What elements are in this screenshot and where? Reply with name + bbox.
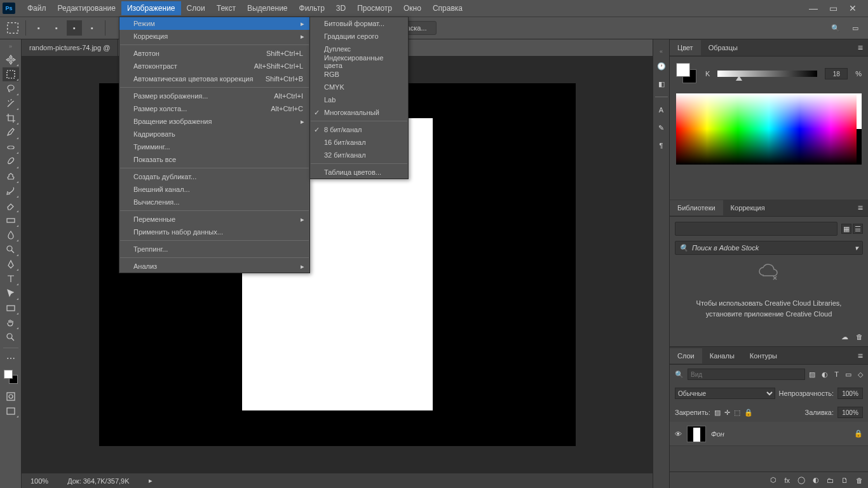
menu-редактирование[interactable]: Редактирование xyxy=(52,1,121,15)
lock-pixels-icon[interactable]: ▨ xyxy=(714,409,721,417)
move-tool[interactable] xyxy=(3,53,19,67)
tool-preset-icon[interactable] xyxy=(5,20,20,36)
menu-слои[interactable]: Слои xyxy=(181,1,211,15)
link-icon[interactable]: ⬡ xyxy=(770,476,776,484)
fx-icon[interactable]: fx xyxy=(784,477,790,484)
tab-paths[interactable]: Контуры xyxy=(742,348,785,363)
new-layer-icon[interactable]: 🗋 xyxy=(841,477,848,484)
workspace-icon[interactable]: ▭ xyxy=(848,20,863,36)
menu-item[interactable]: Внешний канал... xyxy=(119,183,309,196)
foreground-background-colors[interactable] xyxy=(4,370,18,384)
collapse-icon[interactable]: » xyxy=(9,43,12,50)
search-icon[interactable]: 🔍 xyxy=(831,24,840,32)
minimize-icon[interactable]: — xyxy=(809,3,818,13)
visibility-icon[interactable]: 👁 xyxy=(675,430,682,438)
menu-item[interactable]: АвтотонShift+Ctrl+L xyxy=(119,47,309,60)
lock-icon[interactable]: 🔒 xyxy=(854,430,863,438)
trash-icon[interactable]: 🗑 xyxy=(856,333,863,341)
lock-all-icon[interactable]: 🔒 xyxy=(744,409,753,417)
status-arrow-icon[interactable]: ▸ xyxy=(149,477,153,485)
menu-3d[interactable]: 3D xyxy=(330,1,351,15)
tab-adjustments[interactable]: Коррекция xyxy=(723,200,773,215)
color-swatches[interactable] xyxy=(676,63,698,85)
stock-search-input[interactable]: 🔍 Поиск в Adobe Stock ▾ xyxy=(675,241,863,255)
list-view-icon[interactable]: ☰ xyxy=(853,224,863,234)
lasso-tool[interactable] xyxy=(3,82,19,96)
group-icon[interactable]: 🗀 xyxy=(827,477,834,484)
tab-swatches[interactable]: Образцы xyxy=(701,40,745,55)
menu-item[interactable]: АвтоконтрастAlt+Shift+Ctrl+L xyxy=(119,60,309,72)
rectangle-tool[interactable] xyxy=(3,301,19,315)
crop-tool[interactable] xyxy=(3,111,19,125)
type-tool[interactable] xyxy=(3,272,19,286)
menu-просмотр[interactable]: Просмотр xyxy=(351,1,398,15)
cloud-sync-icon[interactable]: ☁ xyxy=(841,333,848,341)
properties-panel-icon[interactable]: ◧ xyxy=(655,78,668,90)
gradient-tool[interactable] xyxy=(3,214,19,227)
menu-item[interactable]: Градации серого xyxy=(310,30,408,43)
brush-tool[interactable] xyxy=(3,155,19,169)
brushes-panel-icon[interactable]: ✎ xyxy=(655,121,668,134)
menu-окно[interactable]: Окно xyxy=(398,1,427,15)
zoom-level[interactable]: 100% xyxy=(31,477,48,485)
filter-smart-icon[interactable]: ◇ xyxy=(858,370,863,379)
mask-icon[interactable]: ◯ xyxy=(797,476,805,484)
intersect-selection-icon[interactable]: ▪ xyxy=(85,20,100,36)
zoom-tool[interactable] xyxy=(3,330,19,344)
layer-thumbnail[interactable] xyxy=(687,426,706,442)
screen-mode-tool[interactable] xyxy=(3,404,19,418)
delete-layer-icon[interactable]: 🗑 xyxy=(856,477,863,484)
close-icon[interactable]: ✕ xyxy=(849,3,857,13)
menu-item[interactable]: ✓8 бит/канал xyxy=(310,123,408,136)
edit-toolbar[interactable]: ⋯ xyxy=(3,351,19,365)
tab-channels[interactable]: Каналы xyxy=(702,348,742,363)
new-selection-icon[interactable]: ▪ xyxy=(31,20,46,36)
menu-item[interactable]: Анализ▸ xyxy=(119,260,309,273)
lock-position-icon[interactable]: ✛ xyxy=(724,409,730,417)
layer-name[interactable]: Фон xyxy=(711,430,724,438)
character-panel-icon[interactable]: A xyxy=(655,104,668,116)
k-value-input[interactable] xyxy=(825,68,848,79)
clone-stamp-tool[interactable] xyxy=(3,170,19,184)
eyedropper-tool[interactable] xyxy=(3,126,19,140)
color-spectrum[interactable] xyxy=(676,93,862,165)
filter-type-icon[interactable]: T xyxy=(834,370,839,379)
paragraph-panel-icon[interactable]: ¶ xyxy=(655,139,668,152)
menu-item[interactable]: Коррекция▸ xyxy=(119,30,309,43)
eraser-tool[interactable] xyxy=(3,199,19,213)
menu-item[interactable]: Битовый формат... xyxy=(310,17,408,30)
menu-item[interactable]: Размер холста...Alt+Ctrl+C xyxy=(119,102,309,115)
lock-artboard-icon[interactable]: ⬚ xyxy=(734,409,740,417)
history-brush-tool[interactable] xyxy=(3,184,19,198)
grid-view-icon[interactable]: ▦ xyxy=(841,224,851,234)
menu-item[interactable]: Вычисления... xyxy=(119,196,309,208)
panel-menu-icon[interactable]: ≡ xyxy=(853,43,868,53)
menu-файл[interactable]: Файл xyxy=(22,1,52,15)
fill-value[interactable]: 100% xyxy=(837,407,863,418)
path-selection-tool[interactable] xyxy=(3,287,19,301)
dodge-tool[interactable] xyxy=(3,243,19,257)
filter-shape-icon[interactable]: ▭ xyxy=(845,370,851,379)
hand-tool[interactable] xyxy=(3,316,19,330)
menu-справка[interactable]: Справка xyxy=(427,1,468,15)
history-panel-icon[interactable]: 🕐 xyxy=(655,60,668,72)
menu-item[interactable]: Вращение изображения▸ xyxy=(119,115,309,128)
quick-mask-tool[interactable] xyxy=(3,390,19,403)
menu-выделение[interactable]: Выделение xyxy=(241,1,294,15)
document-size[interactable]: Док: 364,7K/357,9K xyxy=(67,477,129,485)
magic-wand-tool[interactable] xyxy=(3,97,19,111)
layer-row[interactable]: 👁 Фон 🔒 xyxy=(670,422,868,446)
tab-layers[interactable]: Слои xyxy=(670,348,702,363)
subtract-selection-icon[interactable]: ▪ xyxy=(67,20,82,36)
panel-menu-icon[interactable]: ≡ xyxy=(853,203,868,213)
k-slider[interactable] xyxy=(717,71,817,77)
menu-item[interactable]: Режим▸ xyxy=(119,17,309,30)
adjustment-icon[interactable]: ◐ xyxy=(813,476,819,484)
opacity-value[interactable]: 100% xyxy=(837,388,863,399)
menu-item[interactable]: Тримминг... xyxy=(119,140,309,153)
layer-filter-input[interactable] xyxy=(688,369,805,380)
menu-item[interactable]: Создать дубликат... xyxy=(119,170,309,183)
add-selection-icon[interactable]: ▪ xyxy=(49,20,64,36)
menu-item[interactable]: ✓Многоканальный xyxy=(310,106,408,119)
maximize-icon[interactable]: ▭ xyxy=(829,3,837,13)
